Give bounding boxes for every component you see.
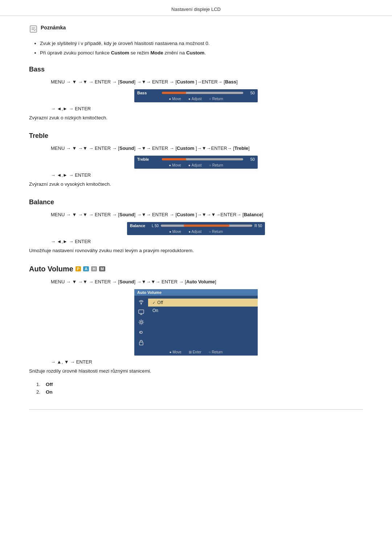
balance-left: L 50	[152, 224, 159, 228]
treble-slider-fill	[162, 158, 186, 160]
bass-title: Bass	[29, 66, 363, 73]
treble-slider-value: 50	[246, 157, 255, 161]
treble-menu-path: MENU → ▼ →▼ → ENTER → [Sound] →▼→ ENTER …	[51, 145, 363, 152]
bass-move-ctrl: ● Move	[169, 97, 181, 101]
bass-nav-arrow: → ◄,► → ENTER	[51, 106, 363, 111]
page-header: Nastavení displeje LCD	[0, 0, 392, 16]
av-off-checkmark: ✓	[152, 301, 155, 305]
section-bass: Bass MENU → ▼ →▼ → ENTER → [Sound] →▼→ E…	[29, 66, 363, 122]
av-title-bar: Auto Volume	[134, 289, 258, 296]
section-balance: Balance MENU → ▼ →▼ → ENTER → [Sound] →▼…	[29, 198, 363, 255]
svg-point-8	[140, 321, 142, 323]
av-enter-ctrl: ⊞ Enter	[189, 350, 201, 354]
av-icon-gear	[138, 319, 144, 325]
av-icon-display	[138, 309, 144, 315]
balance-widget: Balance L 50 R 50 ● Move ● Adjust ○ Retu…	[127, 222, 265, 235]
auto-volume-widget-container: Auto Volume	[134, 289, 258, 356]
treble-title: Treble	[29, 132, 363, 140]
av-list-num-2: 2.	[36, 389, 42, 395]
treble-title-row: Treble 50	[137, 157, 255, 161]
svg-rect-0	[30, 26, 37, 32]
av-list-item-on: 2. On	[36, 389, 363, 395]
balance-right: R 50	[254, 224, 262, 228]
av-icon-speaker	[138, 329, 144, 336]
av-body: ✓ Off On	[134, 296, 258, 349]
treble-widget-label: Treble	[137, 157, 159, 161]
treble-adjust-dot: ●	[188, 163, 191, 167]
treble-slider-widget: Treble 50 ● Move ● Adjust ○ Return	[134, 156, 258, 169]
av-option-off[interactable]: ✓ Off	[148, 299, 258, 307]
av-list-text-on: On	[46, 389, 53, 395]
av-description: Snižuje rozdíly úrovně hlasitosti mezi r…	[29, 368, 363, 375]
treble-return-ctrl: ○ Return	[209, 163, 223, 167]
balance-slider-track	[161, 225, 252, 227]
treble-move-ctrl: ● Move	[169, 163, 181, 167]
header-title: Nastavení displeje LCD	[171, 7, 221, 12]
bass-menu-path: MENU → ▼ →▼ → ENTER → [Sound] →▼→ ENTER …	[51, 78, 363, 86]
av-move-ctrl: ● Move	[170, 350, 181, 354]
auto-volume-title-row: Auto Volume P A H M	[29, 265, 363, 273]
treble-return-dot: ○	[209, 163, 211, 167]
balance-adjust-ctrl: ● Adjust	[188, 230, 201, 234]
balance-widget-label: Balance	[130, 223, 152, 228]
bass-widget-label: Bass	[137, 91, 159, 95]
svg-point-9	[140, 331, 142, 333]
section-treble: Treble MENU → ▼ →▼ → ENTER → [Sound] →▼→…	[29, 132, 363, 188]
av-numbered-list: 1. Off 2. On	[29, 382, 363, 395]
av-list-item-off: 1. Off	[36, 382, 363, 387]
note-icon	[29, 25, 38, 33]
section-auto-volume: Auto Volume P A H M MENU → ▼ →▼ → ENTER …	[29, 265, 363, 395]
speaker-icon	[138, 329, 144, 336]
balance-slider-fill	[184, 225, 229, 227]
balance-title-row: Balance L 50 R 50	[130, 223, 262, 228]
av-list-text-off: Off	[46, 382, 53, 387]
balance-return-ctrl: ○ Return	[209, 230, 223, 234]
treble-widget: Treble 50 ● Move ● Adjust ○ Return	[134, 156, 258, 169]
balance-widget-controls: ● Move ● Adjust ○ Return	[130, 229, 262, 234]
treble-widget-controls: ● Move ● Adjust ○ Return	[137, 163, 255, 167]
av-icons-panel	[134, 296, 148, 349]
bass-slider-fill	[162, 92, 186, 94]
av-option-on[interactable]: On	[148, 307, 258, 315]
badge-h: H	[91, 266, 97, 271]
antenna-icon	[138, 299, 144, 305]
note-bullet-2: Při úpravě zvuku pomocí funkce Custom se…	[40, 49, 363, 57]
display-icon	[138, 309, 144, 315]
bass-title-row: Bass 50	[137, 91, 255, 95]
av-off-label: Off	[157, 300, 163, 305]
page-footer	[29, 409, 363, 413]
treble-description: Zvýrazní zvuk o vysokých kmitočtech.	[29, 181, 363, 188]
balance-title: Balance	[29, 198, 363, 206]
treble-move-dot: ●	[169, 163, 171, 167]
bass-description: Zvýrazní zvuk o nízkých kmitočtech.	[29, 114, 363, 122]
balance-widget-wrapper: Balance L 50 R 50 ● Move ● Adjust ○ Retu…	[29, 222, 363, 235]
av-icon-lock	[138, 339, 144, 346]
bass-move-dot: ●	[169, 97, 171, 101]
bass-slider-track	[162, 92, 243, 94]
svg-rect-10	[139, 342, 143, 345]
bass-widget-controls: ● Move ● Adjust ○ Return	[137, 96, 255, 101]
balance-nav-arrow: → ◄,► → ENTER	[51, 239, 363, 244]
lock-icon	[138, 339, 144, 346]
badge-p: P	[75, 266, 81, 271]
bass-return-dot: ○	[209, 97, 211, 101]
av-options-panel: ✓ Off On	[148, 296, 258, 349]
av-on-label: On	[152, 308, 158, 313]
balance-description: Umožňuje nastavení rovnováhy zvuku mezi …	[29, 247, 363, 254]
note-label: Poznámka	[41, 25, 66, 30]
auto-volume-widget: Auto Volume	[134, 289, 258, 356]
treble-slider-track	[162, 158, 243, 160]
note-bullet-1: Zvuk je slyšitelný i v případě, kdy je ú…	[40, 40, 363, 47]
note-bullet-list: Zvuk je slyšitelný i v případě, kdy je ú…	[29, 40, 363, 57]
auto-volume-menu-path: MENU → ▼ →▼ → ENTER → [Sound] →▼→▼→ ENTE…	[51, 278, 363, 286]
badge-m: M	[99, 266, 105, 271]
balance-menu-path: MENU → ▼ →▼ → ENTER → [Sound] →▼→ ENTER …	[51, 211, 363, 219]
treble-nav-arrow: → ◄,► → ENTER	[51, 172, 363, 178]
badge-a: A	[83, 266, 89, 271]
av-nav-arrow: → ▲, ▼ → ENTER	[51, 359, 363, 365]
bass-adjust-ctrl: ● Adjust	[188, 97, 202, 101]
bass-return-ctrl: ○ Return	[209, 97, 223, 101]
bass-widget: Bass 50 ● Move ● Adjust ○ Return	[134, 89, 258, 102]
svg-rect-5	[139, 310, 144, 313]
av-list-num-1: 1.	[36, 382, 42, 387]
